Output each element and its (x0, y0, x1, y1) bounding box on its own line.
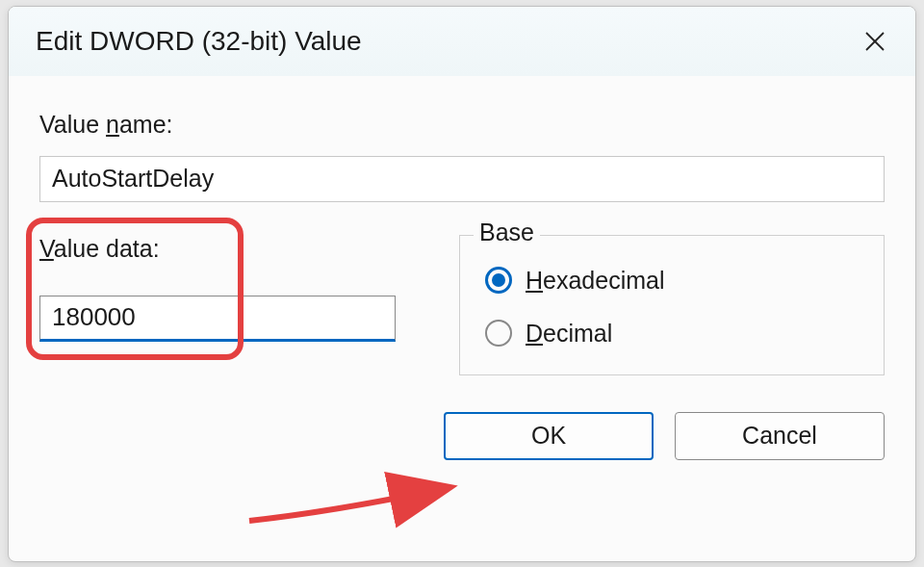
radio-hexadecimal-label: Hexadecimal (526, 267, 665, 295)
edit-dword-dialog: Edit DWORD (32-bit) Value Value name: Va… (8, 6, 916, 562)
button-row: OK Cancel (39, 412, 885, 460)
value-data-label: Value data: (39, 235, 424, 263)
base-fieldset: Base Hexadecimal Decimal (459, 235, 885, 375)
cancel-button[interactable]: Cancel (675, 412, 885, 460)
radio-decimal[interactable]: Decimal (485, 320, 859, 348)
close-button[interactable] (856, 22, 894, 61)
radio-hexadecimal[interactable]: Hexadecimal (485, 267, 859, 295)
base-radio-group: Hexadecimal Decimal (485, 267, 859, 348)
value-name-input[interactable] (39, 156, 885, 202)
dialog-title: Edit DWORD (32-bit) Value (36, 26, 362, 57)
radio-circle-icon (485, 320, 512, 347)
dialog-content: Value name: Value data: Base (9, 76, 915, 481)
value-name-label: Value name: (39, 111, 885, 139)
radio-dot-icon (492, 273, 505, 287)
radio-decimal-label: Decimal (526, 320, 612, 348)
middle-row: Value data: Base Hexadecimal (39, 235, 885, 375)
base-legend: Base (474, 219, 540, 246)
ok-button[interactable]: OK (444, 412, 654, 460)
value-data-input[interactable] (39, 296, 396, 342)
radio-circle-icon (485, 267, 512, 294)
titlebar: Edit DWORD (32-bit) Value (9, 7, 915, 76)
close-icon (864, 31, 886, 52)
value-data-section: Value data: (39, 235, 424, 375)
